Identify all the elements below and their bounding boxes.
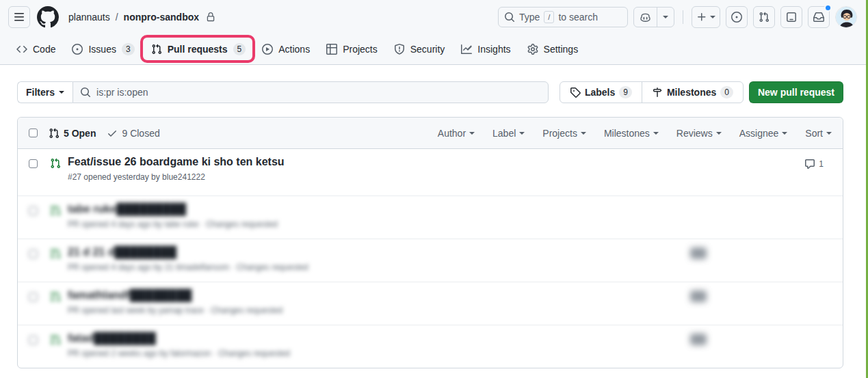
assignee-dropdown[interactable]: Assignee [739, 128, 788, 139]
chevron-down-icon [663, 16, 668, 18]
slash-keycap: / [544, 11, 554, 23]
pull-request-list: 5 Open 9 Closed Author Label Projects Mi… [17, 117, 843, 368]
reviews-dropdown[interactable]: Reviews [676, 128, 722, 139]
table-icon [326, 44, 337, 55]
select-all-checkbox[interactable] [29, 129, 38, 137]
git-pull-request-icon [759, 12, 770, 23]
tab-actions[interactable]: Actions [257, 34, 315, 64]
issue-opened-icon [731, 12, 742, 23]
notifications-inbox-button[interactable] [808, 6, 830, 28]
projects-dropdown[interactable]: Projects [542, 128, 586, 139]
lock-icon [206, 12, 215, 22]
git-pull-request-icon [49, 128, 60, 139]
unread-notification-dot [824, 4, 832, 12]
issues-count-badge: 3 [122, 43, 135, 55]
global-search-input[interactable]: Type / to search [498, 7, 628, 27]
pr-meta: PR opened last week by yamap trace · Cha… [68, 306, 282, 315]
git-pull-request-icon [151, 44, 162, 55]
search-query-input[interactable]: is:pr is:open [73, 81, 549, 103]
topbar-divider [683, 10, 683, 24]
breadcrumb-owner-link[interactable]: plannauts [68, 12, 110, 23]
blurred-content: fatad████████ PR opened 2 weeks ago by f… [29, 332, 290, 360]
dropdown-label: Assignee [739, 128, 779, 139]
blurred-review-status-icon [690, 334, 707, 345]
topbar-actions: Type / to search [498, 6, 857, 28]
breadcrumb-repo-link[interactable]: nonpro-sandbox [124, 12, 199, 23]
avatar[interactable] [835, 6, 857, 28]
pr-row-blurred: tabe ruke█████████ PR opened 4 days ago … [18, 195, 843, 239]
tab-projects[interactable]: Projects [321, 34, 383, 64]
copilot-dropdown-button[interactable] [657, 8, 674, 27]
dropdown-label: Sort [805, 128, 823, 139]
copilot-button-group [633, 7, 674, 27]
copilot-button[interactable] [634, 8, 657, 27]
blurred-content: tabe ruke█████████ PR opened 4 days ago … [29, 203, 278, 230]
create-new-button[interactable] [692, 6, 720, 28]
check-icon [107, 128, 118, 139]
pull-requests-count-badge: 5 [233, 43, 246, 55]
row-checkbox[interactable] [29, 206, 38, 215]
pr-title-link[interactable]: fatad████████ [68, 332, 156, 345]
tab-code[interactable]: Code [11, 34, 61, 64]
tab-label: Pull requests [168, 44, 228, 55]
global-topbar: plannauts / nonpro-sandbox Type / to sea… [0, 0, 868, 34]
tab-settings[interactable]: Settings [522, 34, 584, 64]
tag-icon [570, 87, 581, 98]
issues-dashboard-button[interactable] [726, 6, 748, 28]
filters-dropdown-button[interactable]: Filters [17, 81, 73, 103]
tab-label: Projects [343, 44, 378, 55]
dropdown-label: Reviews [676, 128, 713, 139]
pr-row-main: 21 d 21 d████████ PR opened 4 days ago b… [68, 246, 308, 273]
play-icon [262, 44, 273, 55]
inbox-icon [813, 12, 824, 23]
row-checkbox[interactable] [29, 249, 38, 258]
row-checkbox[interactable] [29, 293, 38, 301]
pr-row: Feat/issue 26 boardgame ki sho ten ketsu… [18, 149, 843, 195]
pull-requests-dashboard-button[interactable] [753, 6, 775, 28]
chevron-down-icon [59, 91, 64, 94]
chevron-down-icon [782, 132, 787, 135]
author-dropdown[interactable]: Author [438, 128, 475, 139]
list-header: 5 Open 9 Closed Author Label Projects Mi… [18, 118, 843, 149]
plus-icon [696, 12, 707, 23]
pr-title-link[interactable]: tabe ruke█████████ [68, 203, 186, 215]
closed-filter-link[interactable]: 9 Closed [107, 128, 159, 139]
tab-label: Actions [278, 44, 310, 55]
repo-nav-tabs: Code Issues 3 Pull requests 5 [0, 34, 868, 64]
row-checkbox[interactable] [29, 336, 38, 345]
hamburger-menu-button[interactable] [8, 6, 30, 28]
row-checkbox[interactable] [29, 159, 38, 168]
tab-insights[interactable]: Insights [456, 34, 516, 64]
open-filter-link[interactable]: 5 Open [49, 128, 96, 139]
tab-pull-requests[interactable]: Pull requests 5 [146, 34, 252, 64]
chevron-down-icon [519, 132, 525, 135]
pr-comments-link[interactable]: 1 [804, 159, 824, 170]
tab-security[interactable]: Security [389, 34, 451, 64]
chevron-down-icon [826, 132, 832, 135]
tab-label: Security [410, 44, 445, 55]
pr-title-link[interactable]: famathlandf████████ [68, 289, 192, 301]
labels-label: Labels [585, 87, 615, 98]
tab-label: Settings [544, 44, 579, 55]
pr-title-link[interactable]: 21 d 21 d████████ [68, 246, 176, 258]
tab-issues[interactable]: Issues 3 [66, 34, 140, 64]
search-icon [504, 12, 515, 23]
projects-dashboard-button[interactable] [780, 6, 802, 28]
open-count-label: 5 Open [64, 128, 96, 139]
sort-dropdown[interactable]: Sort [805, 128, 832, 139]
pr-meta: #27 opened yesterday by blue241222 [68, 172, 285, 182]
new-pull-request-button[interactable]: New pull request [749, 81, 843, 103]
shield-icon [394, 44, 405, 55]
github-logo[interactable] [37, 6, 59, 28]
milestones-dropdown[interactable]: Milestones [604, 128, 659, 139]
pr-row-blurred: famathlandf████████ PR opened last week … [18, 282, 843, 325]
chevron-down-icon [716, 132, 722, 135]
label-dropdown[interactable]: Label [492, 128, 525, 139]
tab-label: Issues [88, 44, 116, 55]
labels-button[interactable]: Labels 9 [560, 82, 642, 103]
chevron-down-icon [653, 132, 659, 135]
pr-row-main: fatad████████ PR opened 2 weeks ago by f… [68, 332, 290, 360]
milestones-button[interactable]: Milestones 0 [642, 82, 743, 103]
pr-title-link[interactable]: Feat/issue 26 boardgame ki sho ten ketsu [68, 156, 285, 168]
breadcrumb: plannauts / nonpro-sandbox [68, 12, 215, 23]
